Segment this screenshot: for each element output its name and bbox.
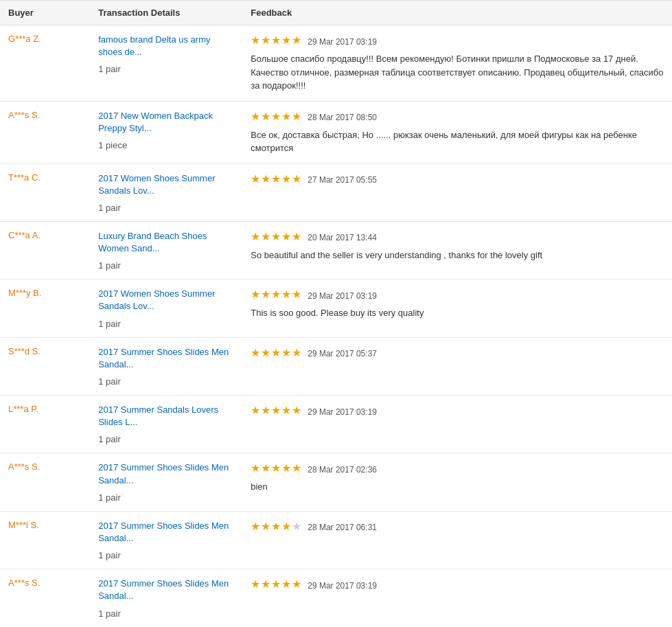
quantity-label: 1 pair xyxy=(98,434,234,444)
star-icon: ★ xyxy=(251,578,260,591)
star-icon: ★ xyxy=(251,172,260,185)
star-icon: ★ xyxy=(281,461,291,475)
quantity-label: 1 pair xyxy=(98,203,234,213)
star-icon: ★ xyxy=(271,461,281,475)
table-row: A***s S.2017 Summer Shoes Slides Men San… xyxy=(0,569,672,627)
quantity-label: 1 pair xyxy=(98,376,234,387)
star-icon: ★ xyxy=(261,461,270,475)
star-icon: ★ xyxy=(271,110,281,123)
star-icon: ★ xyxy=(292,404,301,417)
star-rating: ★★★★★ xyxy=(251,288,302,301)
transaction-link[interactable]: 2017 Summer Sandals Lovers Slides L... xyxy=(98,404,218,427)
star-icon: ★ xyxy=(292,172,301,185)
review-date: 29 Mar 2017 03:19 xyxy=(308,407,377,417)
buyer-name: G***a Z. xyxy=(8,34,41,44)
star-icon: ★ xyxy=(281,34,291,47)
star-icon: ★ xyxy=(251,288,260,301)
star-rating: ★★★★★ xyxy=(251,520,302,533)
star-icon: ★ xyxy=(281,288,291,301)
star-icon: ★ xyxy=(281,520,291,533)
quantity-label: 1 pair xyxy=(98,492,234,503)
review-text: bien xyxy=(251,480,664,494)
review-date: 29 Mar 2017 03:19 xyxy=(308,291,377,301)
reviews-table-container: Buyer Transaction Details Feedback G***a… xyxy=(0,0,672,627)
table-row: L***a P.2017 Summer Sandals Lovers Slide… xyxy=(0,396,672,453)
col-header-transaction: Transaction Details xyxy=(90,1,242,25)
star-icon: ★ xyxy=(251,230,260,243)
table-row: A***s S.2017 Summer Shoes Slides Men San… xyxy=(0,453,672,511)
transaction-link[interactable]: 2017 New Women Backpack Preppy Styl... xyxy=(98,111,213,133)
star-icon: ★ xyxy=(251,520,260,533)
star-icon: ★ xyxy=(281,110,291,123)
star-rating: ★★★★★ xyxy=(251,230,302,243)
buyer-name: A***s S. xyxy=(8,110,40,120)
star-icon: ★ xyxy=(271,230,281,243)
star-rating: ★★★★★ xyxy=(251,34,302,47)
star-icon: ★ xyxy=(281,172,291,185)
star-icon: ★ xyxy=(271,288,281,301)
star-icon: ★ xyxy=(281,578,291,591)
buyer-name: M***l S. xyxy=(8,520,39,530)
table-row: G***a Z.famous brand Delta us army shoes… xyxy=(0,25,672,102)
star-icon: ★ xyxy=(292,346,301,359)
review-date: 28 Mar 2017 08:50 xyxy=(308,113,377,122)
transaction-link[interactable]: 2017 Summer Shoes Slides Men Sandal... xyxy=(98,521,229,543)
buyer-name: A***s S. xyxy=(8,578,40,588)
star-icon: ★ xyxy=(281,346,291,359)
review-date: 27 Mar 2017 05:55 xyxy=(308,175,377,185)
star-icon: ★ xyxy=(251,404,260,417)
table-row: A***s S.2017 New Women Backpack Preppy S… xyxy=(0,101,672,163)
buyer-name: T***a C. xyxy=(8,172,40,183)
star-icon: ★ xyxy=(292,288,301,301)
star-icon: ★ xyxy=(261,346,270,359)
quantity-label: 1 pair xyxy=(98,550,234,560)
transaction-link[interactable]: Luxury Brand Beach Shoes Women Sand... xyxy=(98,231,207,253)
star-icon: ★ xyxy=(251,461,260,475)
star-icon: ★ xyxy=(292,461,301,475)
transaction-link[interactable]: 2017 Women Shoes Summer Sandals Lov... xyxy=(98,288,215,311)
review-text: Большое спасибо продавцу!!! Всем рекомен… xyxy=(251,52,664,93)
col-header-buyer: Buyer xyxy=(0,1,90,25)
star-icon: ★ xyxy=(251,34,260,47)
transaction-link[interactable]: famous brand Delta us army shoes de... xyxy=(98,34,210,57)
star-icon: ★ xyxy=(292,230,301,243)
star-icon: ★ xyxy=(261,520,270,533)
transaction-link[interactable]: 2017 Summer Shoes Slides Men Sandal... xyxy=(98,462,229,485)
review-date: 29 Mar 2017 05:37 xyxy=(308,349,377,358)
buyer-name: L***a P. xyxy=(8,404,38,414)
quantity-label: 1 pair xyxy=(98,608,234,619)
col-header-feedback: Feedback xyxy=(242,1,672,25)
table-header-row: Buyer Transaction Details Feedback xyxy=(0,1,672,25)
star-icon: ★ xyxy=(271,404,281,417)
star-icon: ★ xyxy=(281,404,291,417)
transaction-link[interactable]: 2017 Women Shoes Summer Sandals Lov... xyxy=(98,173,215,196)
table-row: M***y B.2017 Women Shoes Summer Sandals … xyxy=(0,280,672,337)
buyer-name: S***d S. xyxy=(8,346,40,356)
star-icon: ★ xyxy=(271,520,281,533)
star-icon: ★ xyxy=(261,172,270,185)
star-icon: ★ xyxy=(261,288,270,301)
star-icon: ★ xyxy=(251,346,260,359)
star-icon: ★ xyxy=(292,34,301,47)
review-text: This is soo good. Please buy its very qu… xyxy=(251,306,664,320)
star-icon: ★ xyxy=(271,172,281,185)
star-icon: ★ xyxy=(251,110,260,123)
star-rating: ★★★★★ xyxy=(251,110,302,123)
star-rating: ★★★★★ xyxy=(251,404,302,417)
buyer-name: M***y B. xyxy=(8,288,41,298)
review-text: So beautiful and the seller is very unde… xyxy=(251,249,664,262)
buyer-name: C***a A. xyxy=(8,230,40,240)
star-icon: ★ xyxy=(261,578,270,591)
star-icon: ★ xyxy=(261,110,270,123)
review-date: 20 Mar 2017 13:44 xyxy=(308,233,377,242)
review-date: 29 Mar 2017 03:19 xyxy=(308,37,377,47)
star-icon: ★ xyxy=(292,110,301,123)
star-icon: ★ xyxy=(261,404,270,417)
transaction-link[interactable]: 2017 Summer Shoes Slides Men Sandal... xyxy=(98,347,229,369)
table-row: C***a A.Luxury Brand Beach Shoes Women S… xyxy=(0,221,672,279)
buyer-name: A***s S. xyxy=(8,461,40,472)
star-rating: ★★★★★ xyxy=(251,346,302,359)
reviews-table: Buyer Transaction Details Feedback G***a… xyxy=(0,0,672,627)
transaction-link[interactable]: 2017 Summer Shoes Slides Men Sandal... xyxy=(98,578,229,601)
star-icon: ★ xyxy=(271,34,281,47)
